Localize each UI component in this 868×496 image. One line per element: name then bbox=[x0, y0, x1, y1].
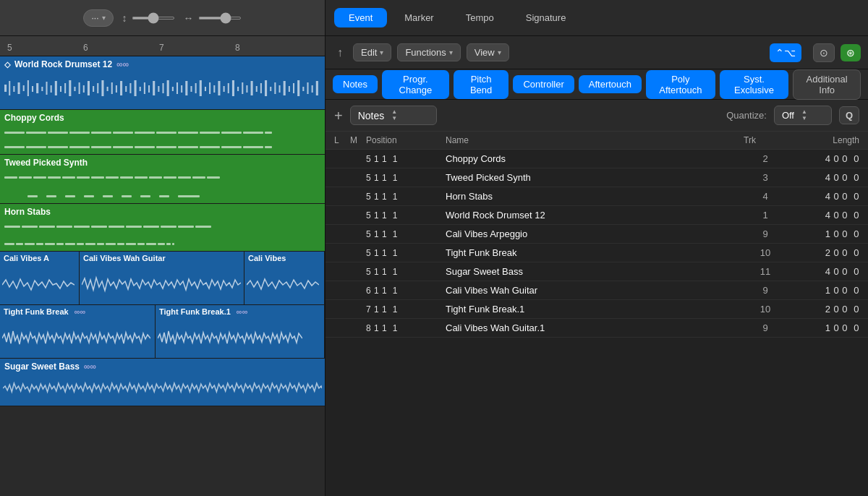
svg-rect-36 bbox=[172, 87, 174, 91]
col-header-name: Name bbox=[446, 135, 744, 145]
svg-rect-0 bbox=[4, 85, 7, 92]
svg-rect-28 bbox=[135, 80, 137, 96]
track-dash-tweed bbox=[0, 171, 325, 185]
tab-signature[interactable]: Signature bbox=[511, 8, 581, 27]
col-header-length: Length bbox=[787, 135, 859, 145]
col-length-2: 4 0 0 0 bbox=[787, 191, 859, 202]
track-world-rock-drumset[interactable]: ◇ World Rock Drumset 12 ∞∞ bbox=[0, 56, 325, 110]
quantize-label: Quantize: bbox=[726, 110, 767, 121]
midi-icon-button[interactable]: ⌃⌥ bbox=[770, 43, 801, 62]
sub-clip-cali-vibes-a[interactable]: Cali Vibes A bbox=[0, 252, 80, 304]
tab-bar: Event Marker Tempo Signature bbox=[326, 0, 868, 36]
timeline-ruler: 5 6 7 8 bbox=[0, 36, 325, 56]
col-trk-2: 4 bbox=[744, 191, 787, 202]
track-sugar-sweet-bass[interactable]: Sugar Sweet Bass ∞∞ bbox=[0, 359, 325, 406]
sub-clip-cali-vibes-2[interactable]: Cali Vibes bbox=[244, 252, 325, 304]
track-header-tweed: Tweed Picked Synth bbox=[0, 155, 325, 171]
filter-controller[interactable]: Controller bbox=[513, 75, 574, 93]
notes-dropdown[interactable]: Notes ▲ ▼ bbox=[350, 106, 437, 125]
svg-rect-22 bbox=[107, 87, 109, 91]
table-row[interactable]: 6 1 1 1 Cali Vibes Wah Guitar 9 1 0 0 0 bbox=[326, 281, 868, 300]
sub-clip-tight-funk-break-1[interactable]: Tight Funk Break.1 ∞∞ bbox=[156, 305, 325, 358]
table-row[interactable]: 5 1 1 1 Tight Funk Break 10 2 0 0 0 bbox=[326, 244, 868, 262]
scroll-slider[interactable] bbox=[132, 17, 175, 20]
svg-rect-1 bbox=[9, 81, 10, 95]
loop-icon: ··· bbox=[91, 13, 98, 23]
track-horn-stabs[interactable]: Horn Stabs bbox=[0, 204, 325, 252]
table-row[interactable]: 8 1 1 1 Cali Vibes Wah Guitar.1 9 1 0 0 … bbox=[326, 319, 868, 338]
loop-button[interactable]: ··· ▾ bbox=[83, 9, 113, 27]
tab-event[interactable]: Event bbox=[334, 8, 387, 27]
svg-rect-30 bbox=[144, 82, 145, 94]
col-name-6: Sugar Sweet Bass bbox=[446, 266, 744, 277]
svg-rect-60 bbox=[284, 81, 286, 95]
svg-rect-53 bbox=[251, 81, 253, 95]
quantize-stepper[interactable]: ▲ ▼ bbox=[801, 109, 807, 121]
table-row[interactable]: 7 1 1 1 Tight Funk Break.1 10 2 0 0 0 bbox=[326, 300, 868, 319]
quantize-select[interactable]: Off ▲ ▼ bbox=[774, 106, 832, 125]
svg-rect-55 bbox=[260, 83, 262, 93]
green-controller-button[interactable]: ⊛ bbox=[841, 44, 861, 61]
track-choppy-cords[interactable]: Choppy Cords bbox=[0, 110, 325, 155]
functions-dropdown[interactable]: Functions ▾ bbox=[397, 43, 460, 61]
sub-clip-cali-vibes-wah-guitar[interactable]: Cali Vibes Wah Guitar bbox=[80, 252, 244, 304]
functions-dropdown-arrow: ▾ bbox=[449, 48, 453, 56]
svg-rect-34 bbox=[163, 83, 164, 93]
svg-rect-66 bbox=[312, 85, 313, 93]
svg-rect-33 bbox=[158, 86, 159, 92]
tab-marker[interactable]: Marker bbox=[390, 8, 448, 27]
filter-additional-info[interactable]: Additional Info bbox=[793, 69, 861, 100]
table-row[interactable]: 5 1 1 1 Choppy Cords 2 4 0 0 0 bbox=[326, 150, 868, 168]
col-name-2: Horn Stabs bbox=[446, 191, 744, 202]
svg-rect-48 bbox=[228, 83, 229, 93]
svg-rect-67 bbox=[316, 81, 318, 95]
edit-dropdown[interactable]: Edit ▾ bbox=[353, 43, 391, 61]
col-trk-9: 9 bbox=[744, 322, 787, 333]
col-position-1: 5 1 1 1 bbox=[366, 173, 446, 183]
filter-pitch-bend[interactable]: Pitch Bend bbox=[454, 70, 509, 99]
track-cali-vibes[interactable]: Cali Vibes A Cali Vibes Wah Guitar bbox=[0, 252, 325, 305]
filter-syst-exclusive[interactable]: Syst. Exclusive bbox=[720, 70, 789, 99]
add-note-button[interactable]: + bbox=[334, 108, 343, 123]
filter-progr-change[interactable]: Progr. Change bbox=[382, 70, 449, 99]
col-trk-6: 11 bbox=[744, 266, 787, 277]
table-row[interactable]: 5 1 1 1 World Rock Drumset 12 1 4 0 0 0 bbox=[326, 206, 868, 225]
track-dash-choppy-cords bbox=[0, 126, 325, 140]
filter-poly-aftertouch[interactable]: Poly Aftertouch bbox=[646, 70, 715, 99]
filter-notes[interactable]: Notes bbox=[333, 75, 378, 93]
left-panel: ··· ▾ ↕ ↔ 5 6 7 8 ◇ World Rock Drumset 1… bbox=[0, 0, 326, 496]
col-trk-5: 10 bbox=[744, 247, 787, 258]
table-row[interactable]: 5 1 1 1 Sugar Sweet Bass 11 4 0 0 0 bbox=[326, 262, 868, 281]
svg-rect-19 bbox=[93, 86, 94, 92]
back-button[interactable]: ↑ bbox=[333, 43, 347, 62]
sub-clip-waveform-cali-a bbox=[0, 265, 79, 304]
filter-aftertouch[interactable]: Aftertouch bbox=[579, 75, 642, 93]
track-name-tweed: Tweed Picked Synth bbox=[4, 158, 88, 168]
view-dropdown[interactable]: View ▾ bbox=[467, 43, 509, 61]
edit-label: Edit bbox=[361, 47, 377, 58]
sub-clip-tight-funk-break[interactable]: Tight Funk Break ∞∞ bbox=[0, 305, 156, 358]
tight-funk-loop-icon: ∞∞ bbox=[75, 307, 86, 316]
svg-rect-39 bbox=[185, 81, 187, 95]
svg-rect-20 bbox=[97, 83, 98, 93]
q-button[interactable]: Q bbox=[839, 106, 859, 124]
col-position-8: 7 1 1 1 bbox=[366, 304, 446, 315]
table-row[interactable]: 5 1 1 1 Cali Vibes Arpeggio 9 1 0 0 0 bbox=[326, 225, 868, 244]
track-tweed-picked-synth[interactable]: Tweed Picked Synth bbox=[0, 155, 325, 204]
scroll-slider-group: ↕ bbox=[122, 12, 175, 24]
table-row[interactable]: 5 1 1 1 Horn Stabs 4 4 0 0 0 bbox=[326, 187, 868, 206]
col-trk-4: 9 bbox=[744, 228, 787, 239]
zoom-slider[interactable] bbox=[198, 17, 242, 20]
svg-rect-45 bbox=[213, 85, 215, 93]
controller-icon-button[interactable]: ⊙ bbox=[813, 43, 835, 62]
tight-funk-1-loop-icon: ∞∞ bbox=[237, 307, 248, 316]
sub-clip-name-tight-funk-1: Tight Funk Break.1 bbox=[159, 307, 231, 316]
tab-tempo[interactable]: Tempo bbox=[451, 8, 509, 27]
svg-rect-7 bbox=[36, 83, 38, 93]
track-header-sugar-sweet-bass: Sugar Sweet Bass ∞∞ bbox=[0, 359, 325, 375]
notes-stepper[interactable]: ▲ ▼ bbox=[391, 109, 397, 121]
col-length-5: 2 0 0 0 bbox=[787, 247, 859, 258]
track-tight-funk-break[interactable]: Tight Funk Break ∞∞ Tight Funk Break.1 ∞… bbox=[0, 305, 325, 359]
scroll-icon: ↕ bbox=[122, 12, 127, 24]
table-row[interactable]: 5 1 1 1 Tweed Picked Synth 3 4 0 0 0 bbox=[326, 168, 868, 187]
